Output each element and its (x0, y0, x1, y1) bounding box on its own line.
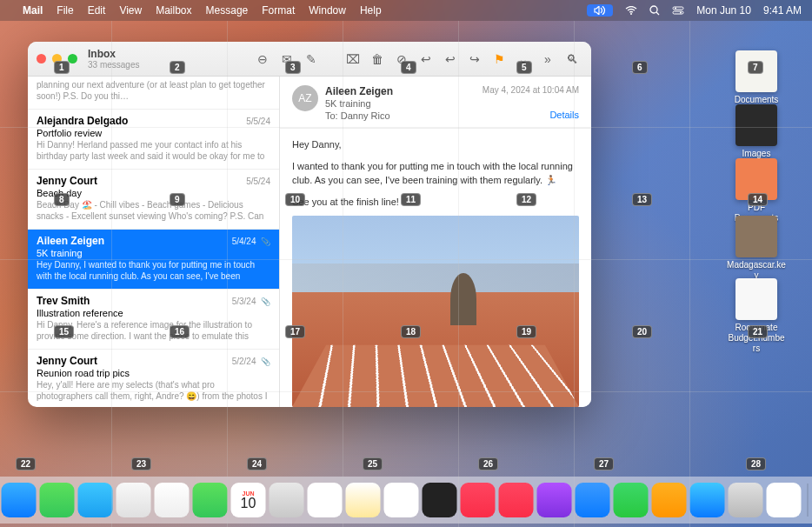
message-from: Aileen Zeigen (37, 235, 104, 247)
body-line: Hey Danny, (292, 137, 579, 152)
message-date: 5/5/24 (246, 117, 270, 126)
desktop-item[interactable]: Documents (727, 50, 786, 105)
desktop-item[interactable]: PDF Documents (727, 158, 786, 223)
reader-subject: 5K training (292, 98, 579, 109)
message-preview: Hey, y'all! Here are my selects (that's … (37, 379, 270, 402)
dock-music[interactable] (461, 483, 496, 517)
grid-badge: 16 (170, 325, 190, 338)
grid-badge: 22 (16, 457, 36, 470)
mail-window[interactable]: Inbox 33 messages ⊖ ✉︎ ✎ ⌧ 🗑︎ ⊘ ↩︎ ↩︎ ↪︎… (28, 42, 591, 407)
menu-message[interactable]: Message (206, 4, 249, 17)
dock-podcasts[interactable] (537, 483, 572, 517)
dock-pages[interactable] (652, 483, 687, 517)
message-subject: 5K training (37, 248, 270, 258)
compose-icon[interactable]: ✎ (301, 50, 322, 69)
archive-icon[interactable]: ⌧ (343, 50, 363, 69)
message-row[interactable]: Alejandra Delgado5/5/24Portfolio reviewH… (28, 110, 279, 170)
dock-numbers[interactable] (614, 483, 649, 517)
dock-settings[interactable] (729, 483, 763, 517)
zoom-button[interactable] (68, 54, 77, 63)
dock-appstore[interactable] (690, 483, 725, 517)
dock-contacts[interactable] (270, 483, 304, 517)
search-icon[interactable]: 🔍︎ (562, 50, 582, 69)
attachment-image[interactable] (292, 216, 579, 407)
dock-keynote[interactable] (576, 483, 610, 517)
grid-badge: 14 (748, 193, 768, 206)
grid-badge: 26 (478, 457, 498, 470)
reply-icon[interactable]: ↩︎ (416, 50, 436, 69)
trash-icon[interactable]: 🗑︎ (367, 50, 388, 69)
filter-icon[interactable]: ⊖ (252, 50, 273, 69)
dock-tv[interactable] (423, 483, 457, 517)
dock-notes[interactable] (346, 483, 381, 517)
more-icon[interactable]: » (537, 50, 558, 69)
message-from: Trev Smith (37, 295, 90, 307)
grid-badge: 9 (170, 193, 185, 206)
desktop-item[interactable]: Images (727, 104, 786, 159)
message-row[interactable]: Trev Smith5/3/24 📎Illustration reference… (28, 290, 279, 350)
app-menu[interactable]: Mail (23, 4, 43, 17)
menu-window[interactable]: Window (309, 4, 346, 17)
menubar-date[interactable]: Mon Jun 10 (696, 4, 751, 17)
svg-point-0 (630, 13, 632, 15)
dock-news[interactable] (499, 483, 534, 517)
grid-badge: 10 (285, 193, 305, 206)
dock-facetime[interactable] (193, 483, 228, 517)
menu-edit[interactable]: Edit (88, 4, 106, 17)
menu-file[interactable]: File (57, 4, 73, 17)
desktop-item[interactable]: Roommate Budget.numbers (727, 278, 786, 354)
grid-badge: 19 (516, 325, 536, 338)
reader-body: Hey Danny, I wanted to thank you for put… (280, 129, 591, 407)
spotlight-icon[interactable] (649, 5, 660, 16)
grid-badge: 15 (54, 325, 74, 338)
wifi-icon[interactable] (625, 6, 637, 15)
message-subject: Portfolio review (37, 128, 270, 138)
dock-messages[interactable] (40, 483, 75, 517)
grid-badge: 27 (594, 457, 614, 470)
message-row[interactable]: Jenny Court5/2/24 📎Reunion road trip pic… (28, 350, 279, 407)
control-center-icon[interactable] (672, 6, 684, 15)
grid-line (0, 259, 812, 260)
message-preview: planning our next adventure (or at least… (37, 79, 270, 102)
grid-badge: 7 (748, 61, 763, 74)
dock-calendar[interactable]: JUN10 (231, 483, 266, 517)
message-from: Alejandra Delgado (37, 115, 128, 127)
sound-indicator-icon[interactable] (587, 4, 613, 17)
grid-line (0, 127, 812, 128)
message-row[interactable]: planning our next adventure (or at least… (28, 77, 279, 110)
grid-badge: 12 (516, 193, 536, 206)
svg-point-5 (680, 12, 682, 14)
dock-reminders[interactable] (308, 483, 343, 517)
paperclip-icon: 📎 (258, 357, 270, 366)
reader-to: To: Danny Rico (292, 110, 579, 121)
paperclip-icon: 📎 (258, 297, 270, 306)
grid-badge: 24 (247, 457, 267, 470)
message-date: 5/5/24 (246, 177, 270, 186)
message-list[interactable]: planning our next adventure (or at least… (28, 77, 280, 407)
close-button[interactable] (37, 54, 46, 63)
menubar-time[interactable]: 9:41 AM (763, 4, 802, 17)
menu-format[interactable]: Format (262, 4, 295, 17)
dock-iphone[interactable] (767, 483, 802, 517)
message-subject: Reunion road trip pics (37, 368, 270, 378)
grid-line (574, 0, 575, 527)
dock-freeform[interactable] (384, 483, 419, 517)
reader-date: May 4, 2024 at 10:04 AM (483, 85, 579, 95)
message-reader: AZ Aileen Zeigen 5K training To: Danny R… (280, 77, 591, 407)
dock-maps[interactable] (116, 483, 151, 517)
dock-photos[interactable] (155, 483, 190, 517)
dock-safari[interactable] (2, 483, 37, 517)
menu-help[interactable]: Help (360, 4, 382, 17)
grid-badge: 8 (54, 193, 70, 206)
desktop-item-icon (735, 216, 777, 257)
menu-mailbox[interactable]: Mailbox (156, 4, 191, 17)
dock-mail[interactable] (78, 483, 113, 517)
grid-line (343, 0, 343, 527)
desktop-item[interactable]: Madagascar.key (727, 216, 786, 281)
forward-icon[interactable]: ↪︎ (464, 50, 485, 69)
flag-icon[interactable]: ⚑ (489, 50, 509, 69)
message-subject: Illustration reference (37, 308, 270, 318)
menu-view[interactable]: View (119, 4, 142, 17)
grid-badge: 17 (285, 325, 305, 338)
message-date: 5/3/24 📎 (232, 297, 270, 306)
